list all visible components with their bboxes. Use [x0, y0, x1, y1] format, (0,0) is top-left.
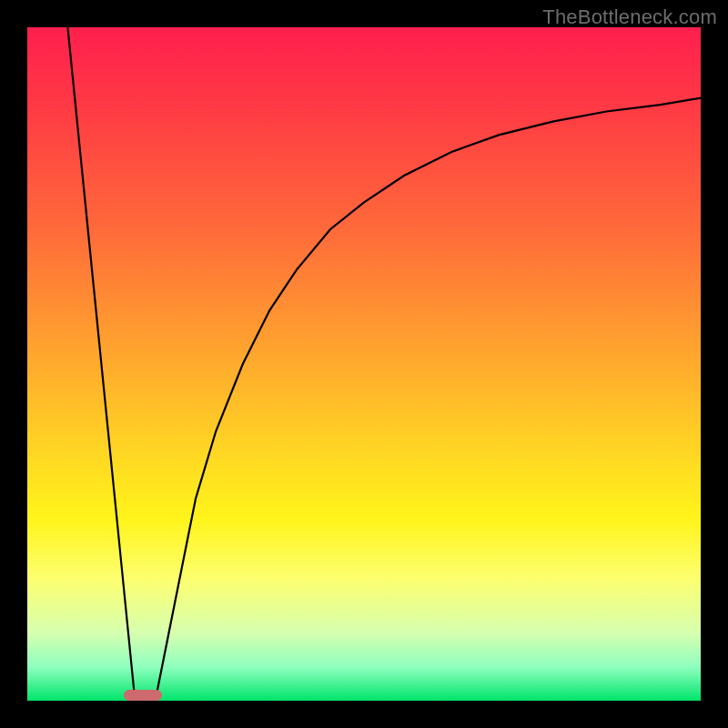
watermark-text: TheBottleneck.com — [542, 5, 717, 29]
plot-area — [27, 27, 701, 701]
chart-container: TheBottleneck.com — [0, 0, 728, 728]
bottleneck-curve — [27, 27, 701, 701]
curve-path — [67, 27, 701, 701]
optimal-marker — [124, 690, 162, 701]
